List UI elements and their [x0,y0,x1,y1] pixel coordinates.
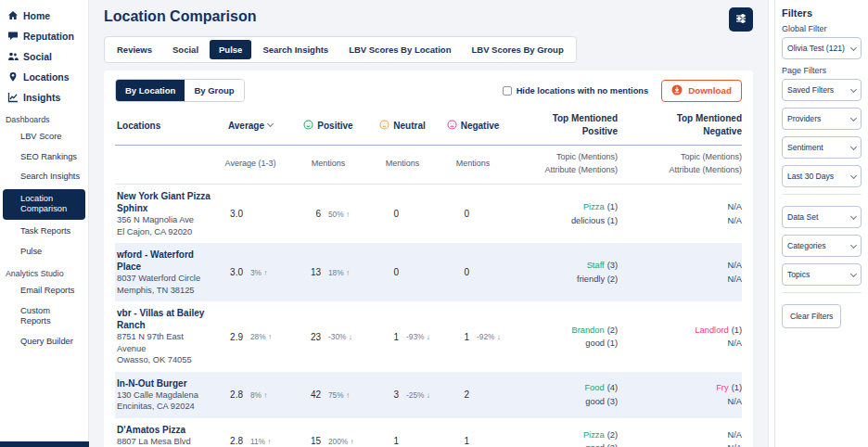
negative-attribute: N/A [618,441,742,447]
positive-topic-link[interactable]: Pizza [583,430,605,440]
filters-divider [782,292,862,293]
sidebar-item-custom-reports[interactable]: Custom Reports [0,301,88,332]
top-mentioned-positive-cell: Food(4) good (3) [508,381,618,408]
tab-reviews[interactable]: Reviews [108,40,161,59]
negative-topic-link[interactable]: Fry [716,383,728,392]
view-toggle: By Location By Group [115,79,245,102]
location-address: El Cajon, CA 92020 [117,226,211,238]
location-address: Encinitas, CA 92024 [117,401,211,413]
sidebar-item-query-builder[interactable]: Query Builder [0,332,88,352]
average-change: 8% ↑ [250,390,267,400]
global-filter-select[interactable]: Olivia Test (121) [782,37,862,59]
location-address: 356 N Magnolia Ave [117,214,211,226]
negative-attribute: N/A [618,214,742,227]
column-header-positive: Positive [289,120,367,132]
negative-attribute: N/A [618,395,742,408]
toggle-by-group[interactable]: By Group [185,80,243,101]
chevron-down-icon [850,172,857,178]
subheader-negative-mentions: Mentions [438,158,508,171]
providers-select[interactable]: Providers [782,108,862,130]
sidebar-item-seo-rankings[interactable]: SEO Rankings [0,147,88,168]
filters-divider [782,194,862,195]
positive-change: -30% ↓ [328,332,352,341]
main-content: Location Comparison Reviews Social Pulse… [89,0,768,447]
sidebar-item-task-reports[interactable]: Task Reports [0,222,88,242]
toggle-by-location[interactable]: By Location [116,80,185,101]
download-button[interactable]: Download [661,80,742,102]
sidebar-item-social[interactable]: Social [0,46,88,67]
sidebar-item-pulse[interactable]: Pulse [0,242,88,262]
sidebar-item-home[interactable]: Home [0,6,88,26]
tab-bar: Reviews Social Pulse Search Insights LBV… [104,36,577,63]
tab-lbv-scores-by-location[interactable]: LBV Scores By Location [339,40,460,59]
hide-no-mentions-checkbox[interactable] [503,86,512,96]
neutral-mentions: 0 [367,209,399,219]
neutral-mentions: 0 [367,267,399,277]
average-value: 2.8 [211,436,243,446]
positive-mentions: 6 [289,209,321,219]
positive-attribute: good (3) [508,395,618,408]
positive-mentions: 23 [289,332,321,342]
clear-filters-button[interactable]: Clear Filters [782,304,841,328]
location-address: Owasso, OK 74055 [117,354,211,366]
sidebar-item-location-comparison[interactable]: Location Comparison [3,189,85,220]
social-icon [7,51,19,62]
download-label: Download [688,85,732,96]
main-header: Location Comparison [104,6,753,32]
top-mentioned-positive-cell: Pizza(1) delicious (1) [508,200,618,227]
positive-topic-link[interactable]: Brandon [571,326,604,335]
home-icon [7,10,19,21]
top-mentioned-negative-cell: N/A N/A [618,428,742,447]
negative-topic-link[interactable]: Landlord [695,326,728,335]
neutral-mentions: 1 [367,332,399,342]
table-settings-button[interactable] [729,7,753,32]
negative-mentions: 0 [438,209,469,219]
tab-lbv-scores-by-group[interactable]: LBV Scores By Group [462,40,572,59]
top-mentioned-positive-cell: Staff(3) friendly (2) [508,259,618,286]
data-set-select[interactable]: Data Set [782,206,862,228]
neutral-change: -25% ↓ [406,390,430,400]
sentiment-select[interactable]: Sentiment [782,136,862,159]
location-address: 130 Calle Magdalena [117,390,211,402]
neutral-mentions: 3 [367,390,399,400]
positive-topic-link[interactable]: Food [584,383,604,392]
saved-filters-select[interactable]: Saved Filters [782,79,862,101]
neutral-face-icon [379,120,389,132]
column-header-average[interactable]: Average [211,121,289,131]
sidebar-section-analytics-studio: Analytics Studio [0,262,88,281]
sidebar-item-insights[interactable]: Insights [0,87,88,108]
average-change: 11% ↑ [250,437,271,446]
positive-topic-link[interactable]: Staff [587,261,605,270]
sidebar-item-locations[interactable]: Locations [0,67,88,87]
subheader-neutral-mentions: Mentions [367,158,438,171]
scrollbar-track[interactable] [768,0,775,447]
global-filter-label: Global Filter [782,24,862,33]
subheader-top-positive: Topic (Mentions) Attribute (Mentions) [508,151,618,176]
average-value: 2.8 [211,390,243,400]
topics-select[interactable]: Topics [782,263,862,286]
date-range-select[interactable]: Last 30 Days [782,165,862,187]
tab-pulse[interactable]: Pulse [210,40,251,59]
sidebar-item-lbv-score[interactable]: LBV Score [0,127,88,147]
categories-select[interactable]: Categories [782,235,862,257]
location-address: 8037 Waterford Circle [117,273,211,285]
positive-topic-link[interactable]: Pizza [583,202,605,211]
tab-social[interactable]: Social [163,40,208,59]
average-change: 28% ↑ [250,332,272,341]
location-address: 8751 N 97th East Avenue [117,331,211,354]
negative-attribute: N/A [618,273,742,286]
location-name: D'Amatos Pizza [117,424,211,436]
positive-change: 50% ↑ [328,210,350,219]
neutral-change: -93% ↓ [406,332,430,341]
average-change: 3% ↑ [250,268,267,277]
subheader-positive-mentions: Mentions [289,158,367,171]
sidebar-bottom-bar[interactable] [0,441,89,447]
table-subheader-row: Average (1-3) Mentions Mentions Mentions… [115,146,742,185]
sidebar-item-search-insights[interactable]: Search Insights [0,167,88,187]
hide-no-mentions-control[interactable]: Hide locations with no mentions [503,86,649,96]
sidebar-item-email-reports[interactable]: Email Reports [0,281,88,301]
locations-pin-icon [7,71,19,83]
sidebar-item-reputation[interactable]: Reputation [0,26,88,46]
tab-search-insights[interactable]: Search Insights [253,40,338,59]
negative-attribute: N/A [618,337,742,350]
